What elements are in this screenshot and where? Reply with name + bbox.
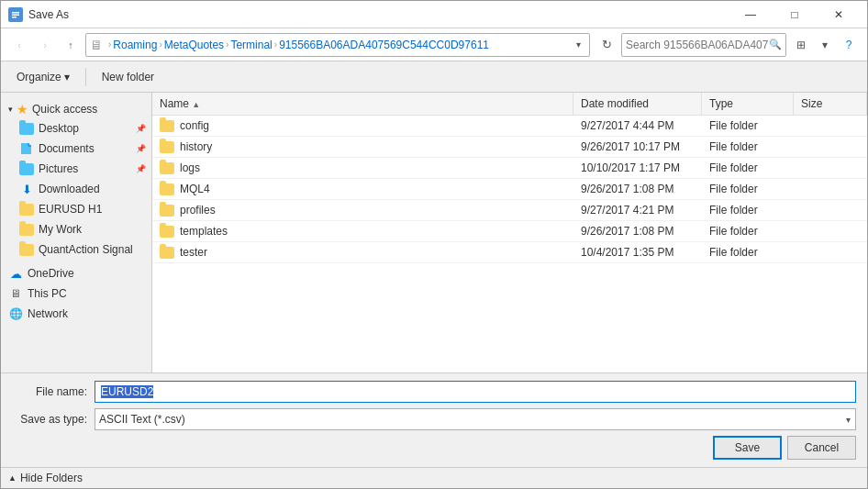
sidebar-item-mywork-label: My Work (39, 223, 82, 236)
path-dropdown-button[interactable]: ▾ (571, 33, 585, 57)
filetype-row: Save as type: ASCII Text (*.csv)CSV (*.c… (12, 408, 856, 430)
view-options-button[interactable]: ⊞ (790, 34, 812, 56)
file-date-cell: 9/26/2017 1:08 PM (573, 179, 702, 199)
pin-icon-desktop: 📌 (136, 124, 146, 133)
quick-access-chevron: ▾ (8, 105, 13, 114)
filename-label: File name: (12, 385, 95, 398)
file-date-cell: 9/26/2017 10:17 PM (573, 137, 702, 157)
sidebar-item-network[interactable]: 🌐 Network (1, 304, 151, 324)
file-rows: config 9/27/2017 4:44 PM File folder his… (152, 116, 867, 263)
sidebar-item-onedrive[interactable]: ☁ OneDrive (1, 263, 151, 283)
sidebar-item-quantaction[interactable]: QuantAction Signal (1, 239, 151, 260)
file-date-cell: 10/10/2017 1:17 PM (573, 158, 702, 178)
file-name-cell: history (152, 137, 573, 157)
path-metaquotes[interactable]: MetaQuotes (164, 39, 224, 51)
file-type-cell: File folder (702, 242, 794, 262)
filetype-select[interactable]: ASCII Text (*.csv)CSV (*.csv)Text (*.txt… (95, 408, 856, 430)
col-type[interactable]: Type (702, 93, 794, 115)
network-icon: 🌐 (8, 306, 23, 321)
file-date-cell: 9/26/2017 1:08 PM (573, 221, 702, 241)
file-size-cell (794, 179, 867, 199)
table-row[interactable]: templates 9/26/2017 1:08 PM File folder (152, 221, 867, 242)
refresh-button[interactable]: ↻ (595, 33, 618, 57)
up-button[interactable]: ↑ (60, 34, 82, 56)
cancel-button[interactable]: Cancel (787, 436, 856, 460)
bottom-panel: File name: Save as type: ASCII Text (*.c… (1, 372, 867, 467)
sidebar-item-pictures-label: Pictures (39, 162, 78, 175)
file-size-cell (794, 158, 867, 178)
sidebar-item-network-label: Network (28, 307, 68, 320)
quantaction-icon (19, 242, 34, 257)
forward-button[interactable]: › (34, 34, 56, 56)
toolbar: Organize ▾ New folder (1, 61, 867, 93)
organize-button[interactable]: Organize ▾ (8, 67, 78, 87)
window-icon (8, 7, 23, 22)
new-folder-label: New folder (102, 71, 154, 83)
view-dropdown-button[interactable]: ▾ (814, 34, 836, 56)
sidebar-item-thispc[interactable]: 🖥 This PC (1, 283, 151, 304)
file-date-cell: 9/27/2017 4:21 PM (573, 200, 702, 220)
sidebar-item-pictures[interactable]: Pictures 📌 (1, 159, 151, 179)
search-icon: 🔍 (769, 39, 782, 50)
quick-access-header[interactable]: ▾ ★ Quick access (1, 96, 151, 118)
path-guid[interactable]: 915566BA06ADA407569C544CC0D97611 (279, 39, 489, 51)
hide-folders-bar[interactable]: ▲ Hide Folders (1, 467, 867, 488)
col-size[interactable]: Size (794, 93, 867, 115)
desktop-icon (19, 121, 34, 136)
file-name-cell: tester (152, 242, 573, 262)
path-roaming[interactable]: Roaming (113, 39, 157, 51)
search-input[interactable] (626, 39, 769, 51)
table-row[interactable]: history 9/26/2017 10:17 PM File folder (152, 137, 867, 158)
file-size-cell (794, 116, 867, 136)
file-date-cell: 10/4/2017 1:35 PM (573, 242, 702, 262)
close-button[interactable]: ✕ (818, 1, 860, 28)
file-list-header: Name ▲ Date modified Type Size (152, 93, 867, 116)
file-type-cell: File folder (702, 179, 794, 199)
title-bar: Save As — □ ✕ (1, 1, 867, 28)
sidebar-item-mywork[interactable]: My Work (1, 219, 151, 239)
new-folder-button[interactable]: New folder (94, 67, 162, 87)
main-content: ▾ ★ Quick access Desktop 📌 Documents 📌 (1, 93, 867, 372)
eurusd-icon (19, 202, 34, 217)
help-button[interactable]: ? (838, 34, 860, 56)
col-date[interactable]: Date modified (573, 93, 702, 115)
svg-rect-1 (12, 12, 19, 14)
minimize-button[interactable]: — (729, 1, 772, 28)
toolbar-separator (85, 68, 86, 86)
table-row[interactable]: profiles 9/27/2017 4:21 PM File folder (152, 200, 867, 221)
table-row[interactable]: config 9/27/2017 4:44 PM File folder (152, 116, 867, 137)
col-name[interactable]: Name ▲ (152, 93, 573, 115)
table-row[interactable]: tester 10/4/2017 1:35 PM File folder (152, 242, 867, 263)
file-date-cell: 9/27/2017 4:44 PM (573, 116, 702, 136)
maximize-button[interactable]: □ (773, 1, 816, 28)
file-name-cell: logs (152, 158, 573, 178)
svg-rect-2 (12, 14, 19, 16)
sidebar-item-quantaction-label: QuantAction Signal (39, 243, 133, 256)
address-bar: 🖥 › Roaming › MetaQuotes › Terminal › 91… (85, 33, 590, 57)
mywork-icon (19, 222, 34, 237)
sidebar-item-documents[interactable]: Documents 📌 (1, 139, 151, 159)
file-list-container: Name ▲ Date modified Type Size config (152, 93, 867, 372)
sort-arrow: ▲ (192, 100, 200, 109)
sidebar-item-thispc-label: This PC (28, 287, 67, 300)
table-row[interactable]: logs 10/10/2017 1:17 PM File folder (152, 158, 867, 179)
save-as-dialog: Save As — □ ✕ ‹ › ↑ 🖥 › Roaming › MetaQu… (0, 0, 868, 489)
bottom-buttons: Save Cancel (12, 436, 856, 460)
sidebar-item-eurusd[interactable]: EURUSD H1 (1, 199, 151, 219)
sidebar-item-downloaded[interactable]: ⬇ Downloaded (1, 179, 151, 199)
file-name-cell: templates (152, 221, 573, 241)
file-type-cell: File folder (702, 221, 794, 241)
onedrive-icon: ☁ (8, 266, 23, 281)
search-bar: 🔍 (621, 33, 786, 57)
file-name-cell: profiles (152, 200, 573, 220)
filename-input[interactable] (95, 381, 856, 403)
documents-icon (19, 141, 34, 156)
file-type-cell: File folder (702, 116, 794, 136)
table-row[interactable]: MQL4 9/26/2017 1:08 PM File folder (152, 179, 867, 200)
title-bar-controls: — □ ✕ (729, 1, 860, 28)
sidebar-item-desktop[interactable]: Desktop 📌 (1, 118, 151, 139)
path-terminal[interactable]: Terminal (230, 39, 272, 51)
back-button[interactable]: ‹ (8, 34, 30, 56)
save-button[interactable]: Save (713, 436, 782, 460)
file-size-cell (794, 200, 867, 220)
